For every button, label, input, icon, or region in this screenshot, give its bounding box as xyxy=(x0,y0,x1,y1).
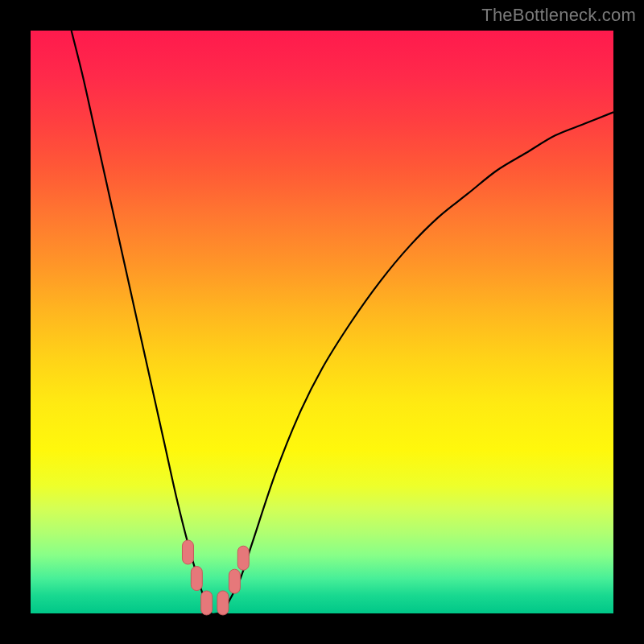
marker-right-upper xyxy=(237,546,249,570)
bottleneck-curve xyxy=(72,31,613,614)
curve-markers xyxy=(182,540,249,615)
marker-bottom-left xyxy=(201,591,213,615)
marker-left-lower xyxy=(191,567,202,591)
marker-left-upper xyxy=(182,540,193,564)
marker-right-lower xyxy=(229,569,240,593)
marker-bottom-right xyxy=(217,591,229,615)
watermark-text: TheBottleneck.com xyxy=(481,5,636,26)
plot-area xyxy=(31,31,613,613)
bottleneck-curve-svg xyxy=(31,31,613,613)
chart-frame: TheBottleneck.com xyxy=(0,0,644,644)
